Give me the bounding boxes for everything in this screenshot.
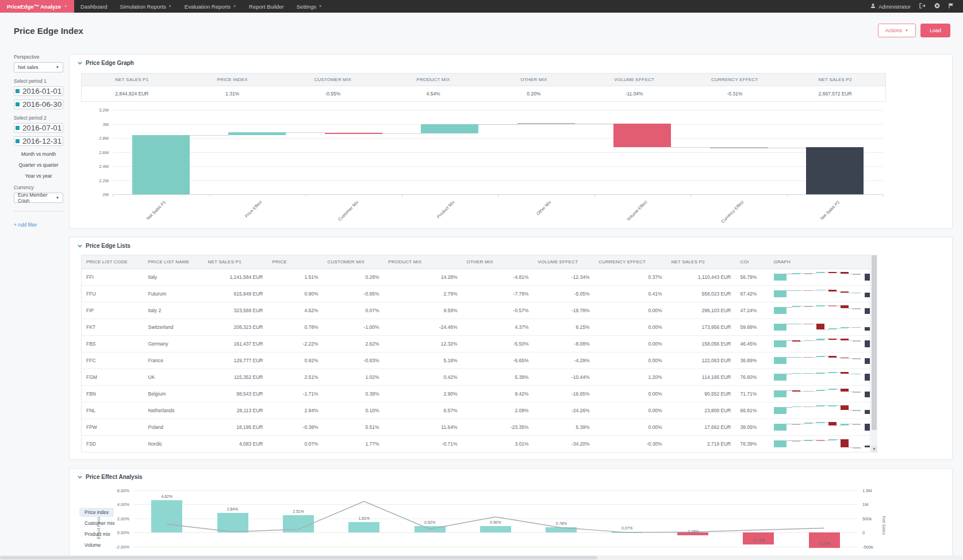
x-axis-label: Customer Mix [337, 200, 359, 222]
table-row-fgm[interactable]: FGMUK115,352 EUR2.51%1.02%0.42%5.39%-10.… [82, 369, 870, 386]
nav-item-simulation-reports[interactable]: Simulation Reports▼ [114, 0, 178, 13]
spark-connector [824, 422, 828, 423]
spark-connector [800, 391, 804, 392]
column-header-net-sales-p1[interactable]: NET SALES P1 [204, 255, 268, 269]
table-row-fsd[interactable]: FSDNordic4,083 EUR0.07%1.77%-0.71%3.01%-… [82, 436, 870, 452]
add-filter-link[interactable]: + Add filter [14, 222, 37, 228]
cell-currency-effect: 0.00% [594, 402, 667, 419]
spark-segment [841, 424, 849, 425]
table-row-fkt[interactable]: FKTSwitzerland208,323 EUR0.78%-1.00%-24.… [82, 319, 870, 336]
scrollbar-thumb[interactable] [0, 556, 597, 559]
spark-p1-bar [774, 390, 786, 397]
user-menu[interactable]: Administrator [870, 3, 911, 10]
spark-connector [812, 357, 816, 358]
mini-waterfall-sparkline [774, 421, 870, 433]
column-header-volume-effect[interactable]: VOLUME EFFECT [534, 255, 594, 269]
table-row-ffu[interactable]: FFUFuturum615,849 EUR0.90%-0.95%2.79%-7.… [82, 286, 870, 302]
cell-graph [769, 369, 870, 386]
column-header-customer-mix[interactable]: CUSTOMER MIX [323, 255, 384, 269]
tab-price-index[interactable]: Price index [79, 508, 114, 517]
table-row-ffc[interactable]: FFCFrance129,777 EUR0.92%-0.83%5.18%-6.6… [82, 352, 870, 369]
lists-panel-title[interactable]: Price Edge Lists [70, 237, 952, 252]
period2-start-input[interactable]: 2016-07-01 [14, 123, 63, 133]
table-row-fnl[interactable]: FNLNetherlands28,113 EUR2.84%0.10%6.57%2… [82, 402, 870, 419]
page-horizontal-scrollbar[interactable] [0, 555, 963, 560]
effect-bar-switzerland [546, 527, 577, 533]
table-row-fbn[interactable]: FBNBelgium98,543 EUR-1.71%0.38%2.90%9.42… [82, 386, 870, 402]
bar-value-label: 0.07% [610, 526, 644, 530]
column-header-coi[interactable]: COI [736, 255, 769, 269]
scrollbar-down-arrow[interactable]: ▼ [871, 446, 877, 452]
actions-button[interactable]: Actions▼ [878, 24, 916, 37]
spark-segment [853, 293, 861, 294]
column-header-product-mix[interactable]: PRODUCT MIX [384, 255, 462, 269]
cell-currency-effect: 0.00% [594, 352, 667, 369]
summary-header-net-sales-p2: NET SALES P2 [785, 74, 885, 86]
compare-link-month-vs-month[interactable]: Month vs month [14, 151, 63, 157]
period2-end-input[interactable]: 2016-12-31 [14, 136, 63, 146]
bar-value-label: -0.38% [676, 530, 710, 534]
compare-link-year-vs-year[interactable]: Year vs year [14, 173, 63, 179]
column-header-currency-effect[interactable]: CURRENCY EFFECT [594, 255, 667, 269]
cell-price-list-name: Netherlands [144, 402, 204, 419]
cell-product-mix: 2.79% [384, 286, 462, 302]
spark-segment [816, 373, 824, 374]
nav-item-dashboard[interactable]: Dashboard [74, 0, 113, 13]
table-header-row: PRICE LIST CODEPRICE LIST NAMENET SALES … [82, 255, 870, 269]
cell-price: -0.38% [268, 419, 323, 436]
column-header-price-list-code[interactable]: PRICE LIST CODE [82, 255, 144, 269]
x-axis-tick [402, 194, 402, 197]
table-row-fip[interactable]: FIPItaly 2323,569 EUR4.62%0.07%9.59%-0.5… [82, 302, 870, 319]
table-scrollbar[interactable]: ▼ [871, 255, 877, 452]
perspective-label: Perspective [14, 54, 63, 60]
nav-item-settings[interactable]: Settings▼ [290, 0, 328, 13]
spark-p1-bar [774, 424, 786, 431]
effect-bar-france [415, 526, 446, 532]
scrollbar-thumb[interactable] [872, 255, 877, 430]
tab-customer-mix[interactable]: Customer mix [79, 519, 120, 528]
effect-bar-netherlands [217, 513, 248, 533]
bar-value-label: 0.92% [413, 520, 447, 524]
spark-segment [828, 272, 837, 273]
column-header-net-sales-p2[interactable]: NET SALES P2 [667, 255, 736, 269]
nav-item-report-builder[interactable]: Report Builder [243, 0, 290, 13]
flag-icon[interactable] [949, 3, 954, 10]
summary-value-customer-mix: -0.55% [283, 86, 383, 101]
column-header-price-list-name[interactable]: PRICE LIST NAME [144, 255, 204, 269]
nav-item-evaluation-reports[interactable]: Evaluation Reports▼ [178, 0, 243, 13]
y-axis-tick: 2.8M [86, 136, 109, 141]
column-header-graph[interactable]: GRAPH [769, 255, 870, 269]
table-row-fpw[interactable]: FPWPoland18,195 EUR-0.38%5.51%11.64%-23.… [82, 419, 870, 436]
cell-coi: 76.60% [736, 369, 769, 386]
effect-bar-italy-2 [151, 500, 182, 532]
cell-product-mix: 9.59% [384, 302, 462, 319]
perspective-select[interactable]: Net sales ▼ [14, 62, 63, 72]
load-button[interactable]: Load [920, 24, 950, 37]
table-row-fbs[interactable]: FBSGermany161,437 EUR-2.22%2.62%12.32%-5… [82, 336, 870, 352]
graph-panel-title[interactable]: Price Edge Graph [70, 55, 952, 70]
bar-value-label: -2.22% [807, 542, 842, 546]
bar-value-label: 0.90% [478, 520, 513, 524]
tab-volume[interactable]: Volume [79, 540, 106, 550]
analysis-panel-title[interactable]: Price Effect Analysis [70, 469, 952, 484]
y-axis-tick: 3.2M [86, 108, 109, 113]
column-header-other-mix[interactable]: OTHER MIX [462, 255, 534, 269]
spark-connector [824, 440, 828, 441]
logout-icon[interactable] [919, 3, 926, 10]
help-icon[interactable] [934, 3, 940, 10]
period1-start-input[interactable]: 2016-01-01 [14, 86, 63, 96]
x-axis-tick [305, 194, 306, 197]
tab-product-mix[interactable]: Product mix [79, 530, 116, 539]
cell-product-mix: 0.42% [384, 369, 462, 386]
spark-segment [853, 308, 861, 309]
brand-menu[interactable]: PriceEdge™ Analyze ▼ [0, 0, 74, 13]
compare-link-quarter-vs-quarter[interactable]: Quarter vs quarter [14, 162, 63, 168]
period1-end-input[interactable]: 2016-06-30 [14, 99, 63, 109]
column-header-price[interactable]: PRICE [268, 255, 323, 269]
cell-price-list-code: FBN [82, 386, 144, 402]
currency-select[interactable]: Euro Member Coun ▼ [14, 193, 63, 203]
cell-net-sales-p2: 2,719 EUR [667, 436, 736, 452]
table-row-ffi[interactable]: FFIItaly1,141,584 EUR1.51%0.28%14.28%-4.… [82, 269, 870, 286]
spark-segment [792, 373, 800, 374]
calendar-icon [16, 89, 20, 93]
